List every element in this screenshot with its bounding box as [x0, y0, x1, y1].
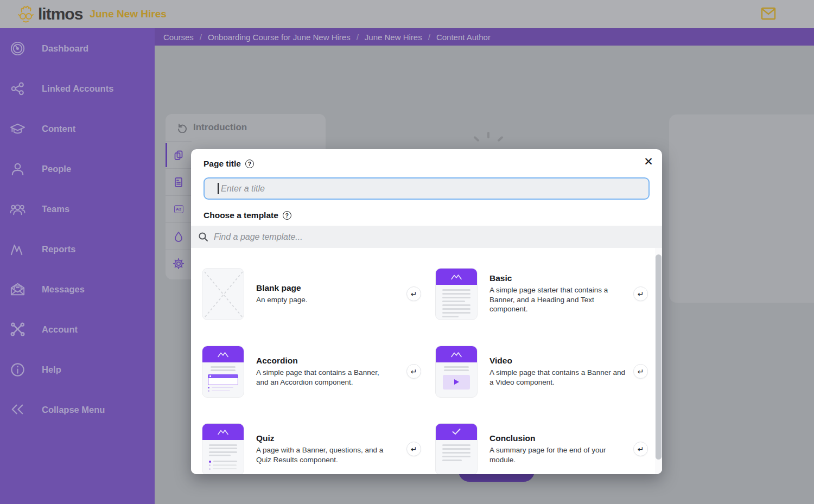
app-header: litmos June New Hires: [0, 0, 814, 28]
sidebar-item-label: Teams: [42, 204, 69, 214]
template-card-video[interactable]: Video A simple page that contains a Bann…: [435, 333, 662, 410]
sidebar-item-label: Content: [42, 124, 75, 134]
sidebar-item-teams[interactable]: Teams: [0, 189, 155, 229]
template-card-basic[interactable]: Basic A simple page starter that contain…: [435, 255, 662, 333]
messages-mail-icon[interactable]: [761, 7, 776, 21]
tool-translate[interactable]: Az: [166, 195, 192, 222]
sidebar-item-dashboard[interactable]: Dashboard: [0, 28, 155, 68]
sidebar-item-collapse-menu[interactable]: Collapse Menu: [0, 390, 155, 430]
sidebar-item-help[interactable]: Help: [0, 349, 155, 390]
tool-settings[interactable]: [166, 250, 192, 277]
sidebar-item-account[interactable]: Account: [0, 309, 155, 349]
droplet-icon: [173, 231, 185, 243]
page-tools-column: Az: [166, 141, 192, 277]
search-icon: [198, 232, 208, 242]
breadcrumb-separator: /: [357, 33, 359, 42]
template-title: Accordion: [256, 356, 393, 366]
scrollbar-thumb[interactable]: [656, 254, 662, 460]
sidebar-item-label: Messages: [42, 284, 85, 295]
banner-check-icon: [436, 424, 477, 440]
breadcrumb-separator: /: [200, 33, 202, 42]
group-icon: [9, 201, 26, 218]
blank-page-thumbnail: [202, 268, 244, 320]
template-list: Blank page An empty page. ↵: [191, 248, 662, 474]
close-icon[interactable]: ✕: [639, 152, 658, 171]
side-preview-panel: [669, 114, 814, 303]
gauge-icon: [9, 40, 26, 57]
template-search-input[interactable]: [214, 232, 662, 242]
template-description: A simple page that contains a Banner, an…: [256, 368, 393, 387]
translate-icon: Az: [174, 205, 183, 213]
choose-template-label: Choose a template: [204, 210, 278, 220]
template-title: Basic: [489, 273, 626, 283]
tool-pages[interactable]: [166, 141, 192, 168]
video-play-icon: [443, 375, 470, 390]
help-icon[interactable]: ?: [283, 211, 291, 220]
template-title: Blank page: [256, 283, 393, 293]
scrollbar-track[interactable]: [655, 248, 662, 474]
template-description: A summary page for the end of your modul…: [489, 445, 626, 465]
introduction-title: Introduction: [193, 122, 247, 133]
template-card-conclusion[interactable]: Conclusion A summary page for the end of…: [435, 410, 662, 474]
template-description: An empty page.: [256, 295, 393, 305]
litmos-logo[interactable]: litmos: [17, 4, 82, 24]
person-icon: [9, 161, 26, 177]
template-description: A page with a Banner, questions, and a Q…: [256, 445, 393, 465]
insert-template-return-icon[interactable]: ↵: [406, 286, 421, 301]
sidebar-item-label: Account: [42, 324, 78, 335]
introduction-header: Introduction: [166, 114, 326, 141]
page-title-input[interactable]: [204, 177, 650, 200]
banner-image-icon: [436, 269, 477, 285]
accordion-thumbnail: [202, 346, 244, 398]
chart-peaks-icon: [9, 241, 26, 258]
help-icon[interactable]: ?: [245, 160, 254, 168]
back-arrow-icon[interactable]: [176, 122, 187, 133]
banner-image-icon: [202, 424, 244, 440]
sidebar-item-reports[interactable]: Reports: [0, 229, 155, 269]
info-icon: [9, 361, 26, 378]
breadcrumb-courses[interactable]: Courses: [163, 33, 194, 42]
brand-name: litmos: [38, 5, 82, 23]
template-description: A simple page that contains a Banner and…: [489, 368, 626, 387]
sidebar-item-people[interactable]: People: [0, 149, 155, 189]
breadcrumb-separator: /: [428, 33, 430, 42]
insert-template-return-icon[interactable]: ↵: [406, 364, 421, 379]
tool-theme[interactable]: [166, 222, 192, 250]
tool-document[interactable]: [166, 168, 192, 195]
template-card-blank-page[interactable]: Blank page An empty page. ↵: [202, 255, 435, 333]
insert-template-return-icon[interactable]: ↵: [406, 442, 421, 456]
template-title: Quiz: [256, 433, 393, 443]
breadcrumb-module[interactable]: June New Hires: [365, 33, 422, 42]
quiz-thumbnail: [202, 423, 244, 475]
breadcrumb-content-author[interactable]: Content Author: [436, 33, 491, 42]
text-cursor: [218, 183, 219, 194]
active-indicator: [166, 143, 167, 167]
sidebar-item-messages[interactable]: Messages: [0, 269, 155, 309]
insert-template-return-icon[interactable]: ↵: [633, 286, 648, 301]
sidebar-item-label: Reports: [42, 244, 75, 254]
template-card-accordion[interactable]: Accordion A simple page that contains a …: [202, 333, 435, 410]
sidebar-item-label: Help: [42, 365, 61, 375]
template-title: Video: [489, 356, 626, 366]
collapse-icon: [9, 401, 26, 418]
pages-icon: [173, 149, 185, 161]
insert-template-return-icon[interactable]: ↵: [633, 364, 648, 379]
banner-image-icon: [202, 346, 244, 362]
new-page-dialog: ✕ Page title ? Choose a template ?: [191, 149, 662, 474]
breadcrumb-course[interactable]: Onboarding Course for June New Hires: [208, 33, 351, 42]
sidebar-item-label: Dashboard: [42, 43, 88, 54]
template-description: A simple page starter that contains a Ba…: [489, 285, 626, 315]
sidebar-item-linked-accounts[interactable]: Linked Accounts: [0, 68, 155, 109]
insert-template-return-icon[interactable]: ↵: [633, 442, 648, 456]
workspace-name: June New Hires: [90, 8, 167, 20]
sidebar-item-content[interactable]: Content: [0, 109, 155, 149]
page: { "header": { "brand": "litmos", "worksp…: [0, 0, 814, 504]
banner-image-icon: [436, 346, 477, 362]
sidebar: Dashboard Linked Accounts Content People…: [0, 28, 155, 504]
template-card-quiz[interactable]: Quiz A page with a Banner, questions, an…: [202, 410, 435, 474]
conclusion-thumbnail: [435, 423, 478, 475]
video-thumbnail: [435, 346, 478, 398]
envelope-icon: [9, 281, 26, 298]
share-icon: [9, 80, 26, 97]
graduation-cap-icon: [9, 120, 26, 137]
